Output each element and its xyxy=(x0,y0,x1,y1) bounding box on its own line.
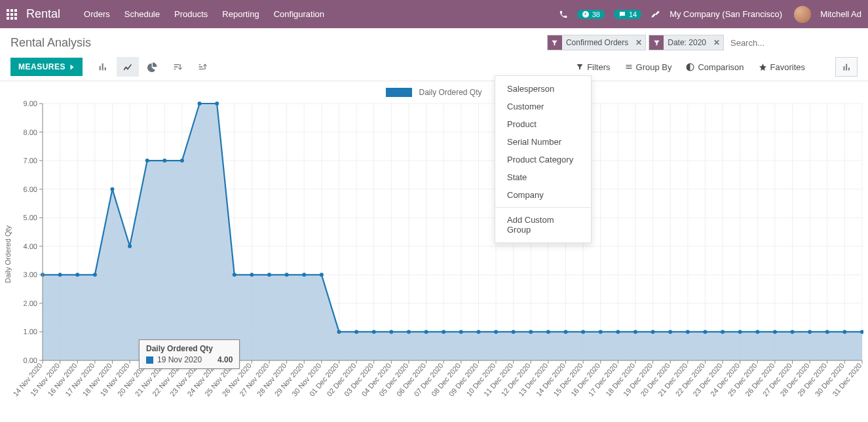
chart-legend: Daily Ordered Qty xyxy=(0,88,868,97)
svg-point-71 xyxy=(250,273,254,277)
favorites-button[interactable]: Favorites xyxy=(759,62,805,72)
svg-point-92 xyxy=(616,330,620,334)
svg-point-62 xyxy=(93,273,97,277)
chat-icon xyxy=(618,10,626,18)
contrast-icon xyxy=(686,63,694,71)
svg-point-100 xyxy=(755,330,759,334)
svg-point-87 xyxy=(529,330,533,334)
svg-point-76 xyxy=(337,330,341,334)
svg-text:2.00: 2.00 xyxy=(24,299,37,307)
groupby-dropdown: Salesperson Customer Product Serial Numb… xyxy=(495,75,592,243)
svg-point-70 xyxy=(233,273,236,277)
svg-point-63 xyxy=(110,187,114,191)
pie-chart-icon[interactable] xyxy=(142,57,164,77)
svg-point-94 xyxy=(651,330,655,334)
list-icon xyxy=(625,63,633,71)
svg-point-78 xyxy=(372,330,376,334)
nav-orders[interactable]: Orders xyxy=(84,9,110,19)
chat-count: 14 xyxy=(629,10,637,18)
svg-point-91 xyxy=(599,330,603,334)
groupby-button[interactable]: Group By xyxy=(625,62,672,72)
svg-point-61 xyxy=(75,273,79,277)
phone-icon[interactable] xyxy=(559,10,568,19)
wrench-icon[interactable] xyxy=(651,9,660,19)
avatar[interactable] xyxy=(794,6,811,23)
groupby-add-custom[interactable]: Add Custom Group xyxy=(495,211,591,239)
filters-button[interactable]: Filters xyxy=(576,62,610,72)
facet-date-2020: Date: 2020 ✕ xyxy=(649,35,724,50)
groupby-label: Group By xyxy=(636,62,672,72)
facet-confirmed-orders: Confirmed Orders ✕ xyxy=(547,35,646,50)
comparison-label: Comparison xyxy=(698,62,744,72)
facet-remove[interactable]: ✕ xyxy=(710,38,723,47)
funnel-icon xyxy=(649,35,664,50)
username[interactable]: Mitchell Ad xyxy=(820,9,861,19)
nav-reporting[interactable]: Reporting xyxy=(222,9,259,19)
groupby-customer[interactable]: Customer xyxy=(495,98,591,115)
sort-asc-icon[interactable] xyxy=(191,57,214,77)
svg-point-104 xyxy=(825,330,829,334)
legend-swatch xyxy=(386,88,412,97)
svg-point-77 xyxy=(354,330,358,334)
svg-text:8.00: 8.00 xyxy=(24,128,37,136)
svg-point-80 xyxy=(407,330,411,334)
svg-text:1.00: 1.00 xyxy=(24,328,37,336)
svg-point-105 xyxy=(842,330,846,334)
search-options: Filters Group By Comparison Favorites xyxy=(576,57,858,77)
tooltip-label: 19 Nov 2020 xyxy=(157,355,202,364)
groupby-product[interactable]: Product xyxy=(495,115,591,133)
control-panel: Rental Analysis Confirmed Orders ✕ Date:… xyxy=(0,28,868,81)
svg-point-85 xyxy=(494,330,498,334)
svg-point-99 xyxy=(738,330,742,334)
nav-configuration[interactable]: Configuration xyxy=(274,9,324,19)
svg-point-95 xyxy=(668,330,672,334)
svg-point-74 xyxy=(302,273,306,277)
groupby-company[interactable]: Company xyxy=(495,186,591,204)
svg-point-102 xyxy=(791,330,795,334)
nav-schedule[interactable]: Schedule xyxy=(124,9,160,19)
groupby-salesperson[interactable]: Salesperson xyxy=(495,80,591,98)
favorites-label: Favorites xyxy=(770,62,805,72)
svg-text:0.00: 0.00 xyxy=(24,356,37,364)
groupby-serial-number[interactable]: Serial Number xyxy=(495,133,591,151)
chat-badge[interactable]: 14 xyxy=(614,10,641,19)
activity-count: 38 xyxy=(592,10,600,18)
legend-label: Daily Ordered Qty xyxy=(419,88,481,97)
svg-text:7.00: 7.00 xyxy=(24,157,37,164)
svg-point-89 xyxy=(564,330,568,334)
measures-label: MEASURES xyxy=(18,62,66,71)
svg-point-86 xyxy=(512,330,516,334)
measures-button[interactable]: MEASURES xyxy=(10,58,83,76)
tooltip-title: Daily Ordered Qty xyxy=(146,344,233,353)
chart-type-icons xyxy=(92,57,214,77)
star-icon xyxy=(759,63,767,71)
activity-badge[interactable]: 38 xyxy=(577,10,605,19)
company-selector[interactable]: My Company (San Francisco) xyxy=(670,9,782,19)
line-chart-icon[interactable] xyxy=(117,57,139,77)
svg-point-96 xyxy=(686,330,690,334)
svg-point-88 xyxy=(546,330,550,334)
chart-wrap: Daily Ordered Qty Daily Ordered Qty 0.00… xyxy=(0,81,868,422)
apps-icon[interactable] xyxy=(7,9,17,20)
svg-point-98 xyxy=(721,330,725,334)
groupby-product-category[interactable]: Product Category xyxy=(495,151,591,168)
sort-desc-icon[interactable] xyxy=(166,57,189,77)
svg-point-72 xyxy=(267,273,271,277)
svg-point-103 xyxy=(808,330,812,334)
brand[interactable]: Rental xyxy=(26,7,60,21)
search-input[interactable] xyxy=(726,36,858,50)
search-cluster: Confirmed Orders ✕ Date: 2020 ✕ xyxy=(547,35,858,50)
topnav: Rental Orders Schedule Products Reportin… xyxy=(0,0,868,28)
svg-point-97 xyxy=(703,330,707,334)
chart-area: Daily Ordered Qty 0.001.002.003.004.005.… xyxy=(5,100,863,422)
funnel-icon xyxy=(576,63,584,71)
svg-point-93 xyxy=(633,330,637,334)
groupby-state[interactable]: State xyxy=(495,168,591,186)
bar-chart-icon[interactable] xyxy=(92,57,114,77)
facet-remove[interactable]: ✕ xyxy=(632,38,645,47)
comparison-button[interactable]: Comparison xyxy=(686,62,744,72)
nav-products[interactable]: Products xyxy=(174,9,208,19)
nav-menu: Orders Schedule Products Reporting Confi… xyxy=(84,9,559,19)
graph-view-icon[interactable] xyxy=(835,57,858,77)
facet-label: Confirmed Orders xyxy=(562,38,632,47)
